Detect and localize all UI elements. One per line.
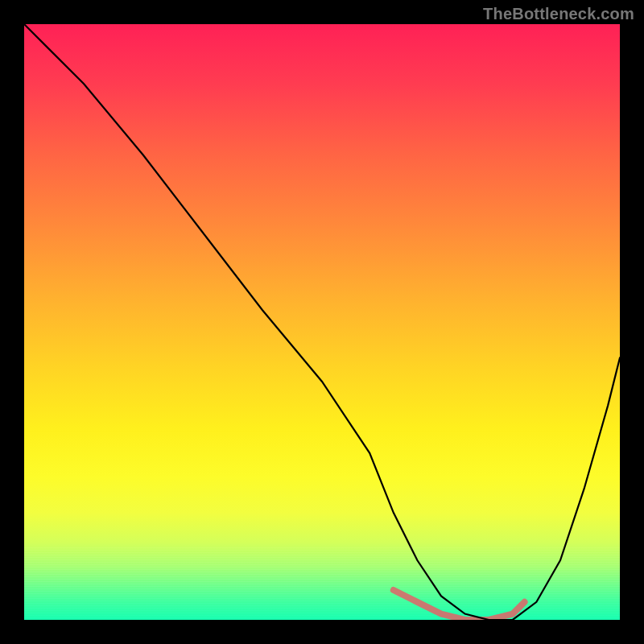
- valley-highlight-path: [394, 590, 525, 620]
- curve-svg: [24, 24, 620, 620]
- bottleneck-curve-path: [24, 24, 620, 620]
- chart-frame: TheBottleneck.com: [0, 0, 644, 644]
- plot-area: [24, 24, 620, 620]
- watermark-text: TheBottleneck.com: [483, 5, 634, 23]
